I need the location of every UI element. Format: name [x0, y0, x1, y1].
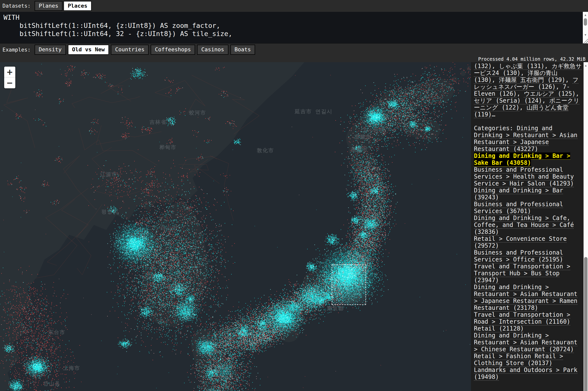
map-place-label: 日立市 [357, 256, 374, 263]
category-link[interactable]: Retail (21128) [474, 325, 524, 332]
datasets-buttons: PlanesPlaces [35, 1, 92, 11]
map-place-label: 개성시 [130, 231, 147, 238]
examples-buttons: DensityOld vs NewCountriesCoffeeshopsCas… [35, 45, 255, 55]
map-place-label: 평양시 [102, 208, 119, 215]
zoom-control: + − [4, 67, 15, 88]
map-place-label: 白山市 [161, 224, 178, 231]
category-link[interactable]: Retail > Fashion Retail > Clothing Store… [474, 353, 563, 367]
datasets-bar: Datasets: PlanesPlaces [0, 0, 588, 12]
category-link[interactable]: Travel and Transportation > Road > Inter… [474, 311, 570, 325]
map-place-label: 辽源市 [100, 171, 117, 178]
main-area: 吉林省蛟河市敦化市延吉市 연길시辽源市桦甸市白山市평양시개성시부산室蘭市函館市苫… [0, 62, 588, 391]
editor-scrollbar-thumb[interactable] [584, 18, 587, 26]
example-button-density[interactable]: Density [35, 45, 66, 55]
scroll-up-icon[interactable]: ▲ [583, 12, 588, 17]
editor-scrollbar[interactable]: ▲ ▼ [583, 12, 588, 38]
brands-list: (132), しゃぶ葉 (131), カギ救急サービス24 (130), 洋服の… [474, 63, 582, 118]
selection-rectangle [332, 265, 366, 305]
map-place-label: 부산 [167, 285, 178, 291]
brand-link[interactable]: (132) [474, 63, 492, 70]
example-button-coffeeshops[interactable]: Coffeeshops [151, 45, 195, 55]
category-link[interactable]: Dining and Drinking > Bar (39243) [474, 187, 563, 201]
category-link[interactable]: Dining and Drinking > Bar > Sake Bar (43… [474, 152, 570, 166]
example-button-countries[interactable]: Countries [111, 45, 149, 55]
brand-link[interactable]: 洋麺屋 五右衛門 (129) [499, 77, 565, 83]
map-place-label: 桦甸市 [159, 144, 176, 151]
examples-bar: Examples: DensityOld vs NewCountriesCoff… [0, 43, 588, 56]
query-editor-wrap: WITH bitShiftLeft(1::UInt64, {z:UInt8}) … [0, 12, 588, 43]
category-link[interactable]: Dining and Drinking > Restaurant > Asian… [474, 332, 577, 353]
scroll-up-icon[interactable]: ▲ [584, 63, 588, 68]
resize-grip-icon[interactable] [583, 38, 588, 43]
map-place-label: 東京都 [327, 305, 344, 312]
sidebar-scrollbar[interactable]: ▲ [584, 62, 588, 391]
zoom-out-button[interactable]: − [4, 78, 15, 88]
category-link[interactable]: Dining and Drinking > Cafe, Coffee, and … [474, 215, 574, 235]
category-link[interactable]: Dining and Drinking > Restaurant > Asian… [474, 284, 577, 311]
brand-link[interactable]: セリア (Seria) (124) [474, 97, 542, 104]
example-button-old-vs-new[interactable]: Old vs New [68, 45, 109, 55]
map-container: 吉林省蛟河市敦化市延吉市 연길시辽源市桦甸市白山市평양시개성시부산室蘭市函館市苫… [0, 62, 471, 391]
map-place-label: 上海市 [63, 365, 80, 372]
map-place-label: 室蘭市 [355, 133, 372, 140]
dataset-button-planes[interactable]: Planes [35, 1, 62, 11]
category-link[interactable]: Business and Professional Services (3670… [474, 201, 563, 215]
map-place-label: 延吉市 연길시 [295, 108, 333, 115]
map-place-label: 敦化市 [257, 147, 274, 154]
sidebar-scrollbar-thumb[interactable] [584, 257, 588, 391]
categories-label: Categories: [474, 125, 517, 132]
category-link[interactable]: Business and Professional Services > Off… [474, 249, 563, 263]
map-place-label: 吉林省 [150, 119, 167, 126]
category-link[interactable]: Business and Professional Services > Hea… [474, 166, 574, 187]
query-editor[interactable]: WITH bitShiftLeft(1::UInt64, {z:UInt8}) … [0, 12, 588, 43]
scroll-down-icon[interactable]: ▼ [583, 32, 588, 37]
processed-rows-text: Processed 4.04 million rows, 42.32 MiB [478, 56, 586, 62]
category-link[interactable]: Retail > Convenience Store (29572) [474, 235, 567, 249]
examples-label: Examples: [2, 47, 31, 53]
map-place-label: 东台市 [48, 329, 65, 336]
category-link[interactable]: Landmarks and Outdoors > Park (19498) [474, 367, 577, 380]
example-button-casinos[interactable]: Casinos [197, 45, 228, 55]
map-place-label: 蛟河市 [189, 109, 206, 116]
results-sidebar: (132), しゃぶ葉 (131), カギ救急サービス24 (130), 洋服の… [471, 62, 584, 391]
dataset-button-places[interactable]: Places [63, 1, 91, 11]
map-place-label: 函館市 [351, 146, 368, 153]
brand-link[interactable]: しゃぶ葉 (131) [499, 63, 544, 70]
category-link[interactable]: Travel and Transportation > Transport Hu… [474, 263, 570, 284]
map-canvas[interactable] [0, 62, 471, 391]
categories-list: Categories: Dining and Drinking > Restau… [474, 125, 582, 380]
datasets-label: Datasets: [2, 3, 31, 9]
brand-link[interactable]: ウエルシア (125) [524, 90, 576, 97]
map-place-label: 岱山县 [43, 380, 60, 387]
map-place-label: 苫小牧市 [362, 127, 385, 134]
zoom-in-button[interactable]: + [4, 67, 15, 78]
status-bar: Processed 4.04 million rows, 42.32 MiB [0, 56, 588, 62]
example-button-boats[interactable]: Boats [230, 45, 255, 55]
